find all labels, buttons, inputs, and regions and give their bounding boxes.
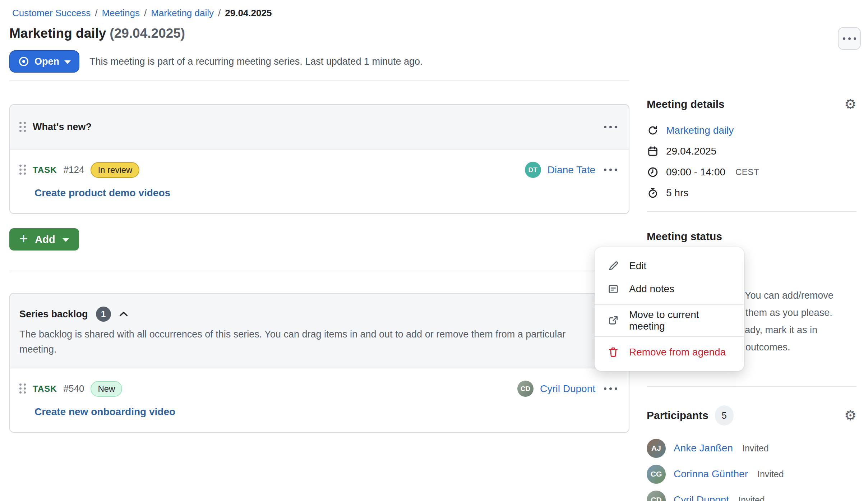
assignee-link[interactable]: Diane Tate: [548, 164, 595, 176]
meeting-status-text-line: You can add/remove: [745, 287, 834, 304]
participant-status: Invited: [757, 469, 784, 479]
section-menu-button[interactable]: [602, 124, 619, 130]
chevron-down-icon: [63, 238, 69, 242]
trash-icon: [607, 346, 620, 358]
task-card[interactable]: TASK #540 New CD Cyril Dupont Create new…: [10, 368, 629, 432]
chevron-down-icon: [64, 60, 71, 64]
meeting-status-text-line: t them as you please.: [740, 304, 834, 321]
meeting-time-row: 09:00 - 14:00 CEST: [647, 162, 857, 183]
meeting-series-link[interactable]: Marketing daily: [666, 125, 734, 136]
context-menu: Edit Add notes Move to current meeting R…: [595, 247, 744, 371]
stopwatch-icon: [647, 187, 659, 199]
breadcrumb-link-meetings[interactable]: Meetings: [102, 8, 140, 18]
status-row: Open This meeting is part of a recurring…: [9, 50, 629, 73]
avatar: CD: [647, 491, 666, 501]
page-title-text: Marketing daily: [9, 26, 106, 41]
breadcrumb-current-date: 29.04.2025: [225, 8, 272, 18]
series-backlog-count-badge: 1: [96, 307, 111, 322]
meeting-status-text-line: t outcomes.: [740, 339, 834, 356]
participants-count-badge: 5: [715, 405, 734, 426]
kebab-menu-icon: [841, 35, 858, 42]
status-badge: In review: [91, 162, 139, 178]
avatar: AJ: [647, 439, 666, 458]
drag-handle-icon[interactable]: [19, 165, 26, 175]
add-button[interactable]: + Add: [9, 228, 79, 250]
item-menu-button[interactable]: [602, 385, 619, 392]
calendar-icon: [647, 146, 659, 157]
participant-link[interactable]: Anke Janßen: [674, 442, 733, 454]
meeting-status-text-line: ady, mark it as in: [745, 321, 834, 339]
task-card-header: TASK #124 In review DT Diane Tate: [19, 162, 619, 178]
menu-item-label: Add notes: [629, 283, 674, 295]
menu-item-edit[interactable]: Edit: [595, 254, 744, 277]
series-backlog-header: Series backlog 1 The backlog is shared w…: [10, 294, 629, 368]
avatar: CG: [647, 465, 666, 484]
task-title-link[interactable]: Create new onboarding video: [34, 406, 175, 418]
breadcrumb-link-customer-success[interactable]: Customer Success: [12, 8, 91, 18]
participants-list: AJ Anke Janßen Invited CG Corinna Günthe…: [647, 436, 857, 501]
menu-item-add-notes[interactable]: Add notes: [595, 277, 744, 300]
divider: [9, 271, 629, 271]
drag-handle-icon[interactable]: [19, 122, 26, 132]
participant-link[interactable]: Cyril Dupont: [674, 494, 729, 501]
note-icon: [607, 283, 620, 295]
recurring-icon: [647, 125, 659, 136]
page-title-date: (29.04.2025): [110, 26, 185, 41]
agenda-section-whats-new: What's new? TASK #124 In review DT Diane…: [9, 104, 629, 214]
breadcrumb: Customer Success/Meetings/Marketing dail…: [12, 7, 629, 19]
meeting-duration-row: 5 hrs: [647, 183, 857, 203]
drag-handle-icon[interactable]: [19, 383, 26, 394]
meeting-time-value: 09:00 - 14:00: [666, 166, 725, 178]
meeting-duration-value: 5 hrs: [666, 187, 688, 199]
meeting-details-heading-row: Meeting details ⚙: [647, 97, 857, 111]
divider: [647, 386, 857, 387]
menu-item-label: Edit: [629, 260, 646, 272]
arrow-out-of-box-icon: [607, 314, 620, 327]
meeting-details-section: Meeting details ⚙ Marketing daily 29.04.…: [647, 97, 857, 203]
open-status-label: Open: [34, 56, 59, 67]
assignee-link[interactable]: Cyril Dupont: [540, 383, 595, 395]
meeting-status-section: Meeting status: [647, 229, 857, 244]
participant-status: Invited: [742, 443, 769, 454]
menu-item-move-to-current-meeting[interactable]: Move to current meeting: [595, 309, 744, 332]
menu-item-label: Move to current meeting: [629, 309, 732, 332]
divider: [9, 81, 629, 81]
task-title-link[interactable]: Create product demo videos: [34, 187, 170, 199]
participant-row: CG Corinna Günther Invited: [647, 462, 857, 486]
item-menu-button[interactable]: [602, 166, 619, 173]
menu-divider: [595, 304, 744, 305]
participant-status: Invited: [738, 495, 765, 501]
gear-icon[interactable]: ⚙: [844, 97, 857, 111]
meeting-status-text: You can add/remove t them as you please.…: [740, 287, 834, 356]
menu-item-label: Remove from agenda: [629, 346, 726, 358]
meeting-timezone: CEST: [735, 167, 759, 177]
meeting-date-value: 29.04.2025: [666, 146, 716, 157]
status-badge: New: [91, 381, 122, 397]
main-column: Customer Success/Meetings/Marketing dail…: [9, 0, 629, 433]
breadcrumb-separator: /: [218, 8, 221, 18]
menu-item-remove-from-agenda[interactable]: Remove from agenda: [595, 341, 744, 364]
task-number: #540: [64, 383, 84, 394]
series-backlog-title-row: Series backlog 1: [19, 307, 619, 322]
participants-section: Participants 5 ⚙ AJ Anke Janßen Invited …: [647, 405, 857, 501]
open-status-button[interactable]: Open: [9, 50, 79, 73]
add-button-label: Add: [35, 234, 55, 245]
participants-heading-row: Participants 5 ⚙: [647, 405, 857, 426]
avatar: DT: [525, 162, 541, 178]
participant-row: CD Cyril Dupont Invited: [647, 488, 857, 501]
series-backlog-title: Series backlog: [19, 308, 88, 320]
meeting-date-row: 29.04.2025: [647, 141, 857, 162]
task-type-label: TASK: [33, 384, 57, 394]
breadcrumb-link-marketing-daily[interactable]: Marketing daily: [151, 8, 214, 18]
participant-link[interactable]: Corinna Günther: [674, 468, 748, 480]
page-menu-button[interactable]: [838, 27, 861, 50]
task-card[interactable]: TASK #124 In review DT Diane Tate Create…: [10, 150, 629, 213]
gear-icon[interactable]: ⚙: [844, 409, 857, 422]
meeting-status-title: Meeting status: [647, 229, 722, 244]
participants-title: Participants: [647, 408, 708, 423]
plus-icon: +: [19, 231, 28, 246]
meeting-details-title: Meeting details: [647, 97, 725, 111]
task-number: #124: [64, 164, 84, 175]
page-title: Marketing daily(29.04.2025): [9, 25, 629, 42]
collapse-section-button[interactable]: [119, 311, 128, 317]
